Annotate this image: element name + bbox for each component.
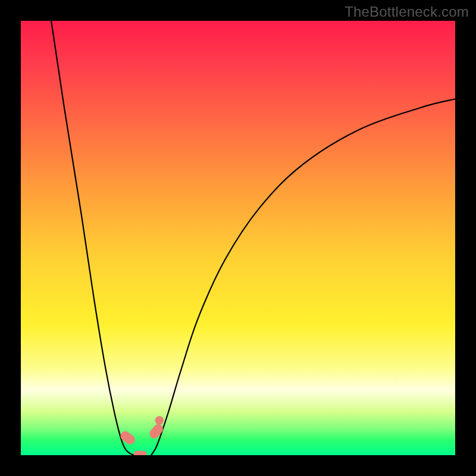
curve-left-branch xyxy=(51,21,134,455)
marker-pill xyxy=(134,451,147,455)
marker-pill xyxy=(148,422,165,440)
watermark-text: TheBottleneck.com xyxy=(345,4,469,20)
chart-container: TheBottleneck.com xyxy=(0,0,476,476)
marker-dot xyxy=(155,416,164,425)
marker-pill xyxy=(118,430,137,446)
chart-svg xyxy=(21,21,455,455)
plot-area xyxy=(21,21,455,455)
curve-group xyxy=(51,21,455,455)
curve-right-branch xyxy=(151,99,455,455)
